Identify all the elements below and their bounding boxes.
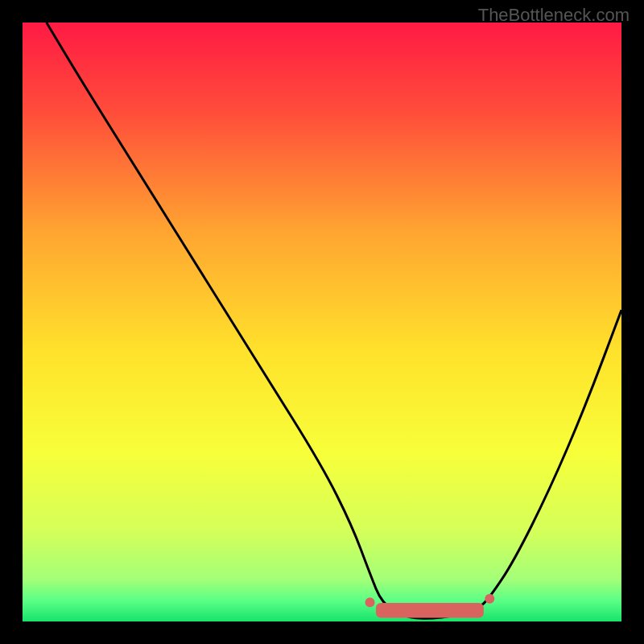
optimal-range-band (376, 603, 484, 618)
plot-background (23, 23, 621, 621)
bottleneck-chart (0, 0, 644, 644)
watermark-text: TheBottleneck.com (478, 5, 630, 26)
curve-marker (485, 594, 494, 604)
curve-marker (365, 597, 375, 607)
